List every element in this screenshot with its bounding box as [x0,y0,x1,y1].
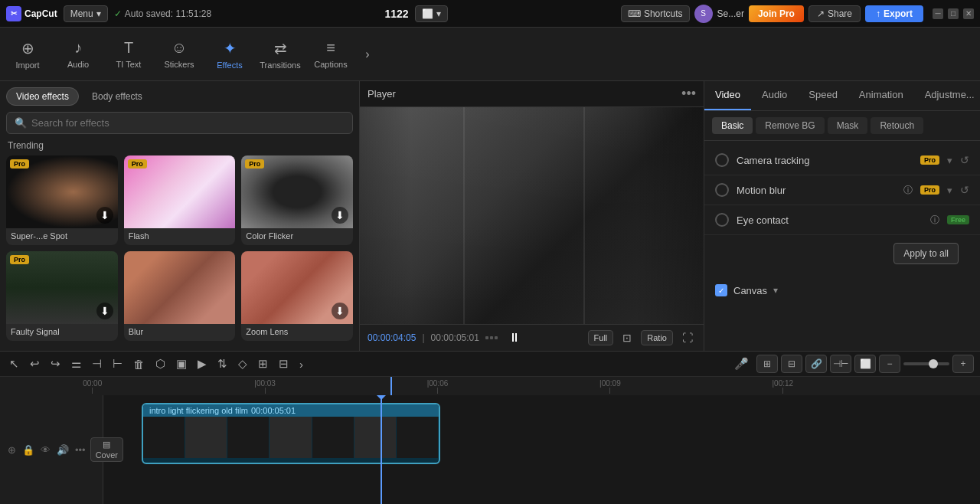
camera-tracking-dropdown-icon[interactable]: ▾ [947,155,952,166]
download-icon-colorflicker[interactable]: ⬇ [332,207,348,224]
trending-label: Trending [0,140,359,155]
effect-card-blur[interactable]: Blur [124,251,236,341]
motion-blur-dropdown-icon[interactable]: ▾ [947,185,952,196]
film-overlay [360,107,704,324]
ripple-button[interactable]: ⊟ [781,355,802,373]
redo-button[interactable]: ↪ [47,355,64,372]
import-icon: ⊕ [21,39,34,57]
link-button[interactable]: 🔗 [805,355,827,373]
zoom-out-icon[interactable]: − [879,355,900,373]
toolbar-stickers[interactable]: ☺ Stickers [155,30,204,79]
toolbar-audio[interactable]: ♪ Audio [54,30,103,79]
replace-button[interactable]: ⬜ [854,355,876,373]
timeline-ruler: 00:00 |00:03 |00:06 |00:09 |00:12 [0,377,980,395]
tab-adjustment[interactable]: Adjustme... [914,81,980,110]
motion-blur-reset-icon[interactable]: ↺ [960,184,969,196]
canvas-checkbox[interactable]: ✓ [715,284,727,296]
comment-tool[interactable]: ⊟ [276,355,292,372]
video-clip[interactable]: intro light flickering old film 00:00:05… [142,403,440,464]
undo-button[interactable]: ↩ [27,355,43,372]
tab-animation[interactable]: Animation [848,81,914,110]
export-button[interactable]: ↑ Export [865,5,923,22]
track-add-icon[interactable]: ⊕ [6,443,18,457]
export-icon: ↑ [876,8,880,19]
search-bar[interactable]: 🔍 [6,112,353,134]
apply-to-all-button[interactable]: Apply to all [893,243,959,264]
track-audio-icon[interactable]: 🔊 [55,443,70,457]
download-icon[interactable]: ⬇ [96,207,113,224]
mic-button[interactable]: 🎤 [731,355,752,372]
zoom-in-icon[interactable]: + [952,355,974,373]
tab-audio[interactable]: Audio [751,81,798,110]
share-button[interactable]: ↗ Share [808,5,861,22]
more-tools[interactable]: › [296,356,306,372]
effect-card-colorflicker[interactable]: Pro ⬇ Color Flicker [241,155,353,245]
paint-tool[interactable]: ◇ [235,355,250,372]
menu-label: Menu [70,8,93,19]
mask-tool[interactable]: ⬡ [152,355,168,372]
join-pro-button[interactable]: Join Pro [749,5,804,22]
motion-blur-toggle[interactable] [715,183,729,197]
camera-tracking-toggle[interactable] [715,153,729,167]
flip-tool[interactable]: ⇅ [214,355,230,372]
effect-card-faultysignal[interactable]: Pro ⬇ Faulty Signal [6,251,118,341]
pause-button[interactable]: ⏸ [504,329,525,346]
toolbar-captions[interactable]: ≡ Captions [306,30,355,79]
effect-card-superspot[interactable]: Pro ⬇ Super-...e Spot [6,155,118,245]
motion-blur-pro-badge: Pro [920,185,939,195]
download-icon-zoomlens[interactable]: ⬇ [332,303,348,319]
effect-card-zoomlens[interactable]: ⬇ Zoom Lens [241,251,353,341]
player-menu-icon[interactable]: ••• [681,86,696,102]
track-lock-icon[interactable]: 🔒 [21,443,36,457]
effect-name-superspot: Super-...e Spot [6,228,118,245]
search-input[interactable] [31,117,345,129]
split2-button[interactable]: ⊣⊢ [830,355,851,373]
crop-tool[interactable]: ▣ [173,355,190,372]
split-tool[interactable]: ⚌ [68,355,84,372]
cursor-tool[interactable]: ↖ [6,355,22,372]
tab-speed[interactable]: Speed [798,81,848,110]
toolbar-text[interactable]: T TI Text [104,30,153,79]
eye-contact-toggle[interactable] [715,213,729,227]
zoom-handle[interactable] [929,359,938,368]
subtab-mask[interactable]: Mask [828,117,868,134]
keyboard-icon: ⌨ [628,8,641,19]
toolbar-expand[interactable]: › [357,30,378,79]
shortcuts-button[interactable]: ⌨ Shortcuts [621,5,690,22]
pro-badge-flash: Pro [128,159,147,169]
delete-tool[interactable]: 🗑 [130,356,148,372]
zoom-slider[interactable] [903,362,949,365]
toolbar-transitions[interactable]: ⇄ Transitions [256,30,305,79]
maximize-button[interactable]: □ [948,8,959,19]
play-tool[interactable]: ▶ [194,355,210,372]
effect-card-flash[interactable]: Pro Flash [124,155,236,245]
snap-button[interactable]: ⊞ [756,355,778,373]
subtab-basic[interactable]: Basic [712,117,753,134]
fullscreen-button[interactable]: ⛶ [679,330,696,345]
frame-display[interactable]: ⬜ ▾ [415,5,448,22]
download-icon-faultysignal[interactable]: ⬇ [96,303,113,319]
tab-video[interactable]: Video [704,81,751,110]
close-button[interactable]: ✕ [963,8,974,19]
subtab-retouch[interactable]: Retouch [871,117,923,134]
toolbar-effects[interactable]: ✦ Effects [205,30,254,79]
tab-video-effects[interactable]: Video effects [6,87,79,106]
trim-left-tool[interactable]: ⊣ [89,355,105,372]
full-button[interactable]: Full [588,330,614,345]
menu-button[interactable]: Menu ▾ [64,5,108,22]
eye-contact-info-icon[interactable]: ⓘ [930,214,939,227]
track-eye-icon[interactable]: 👁 [39,443,52,457]
tab-body-effects[interactable]: Body effects [82,87,152,106]
minimize-button[interactable]: ─ [933,8,943,19]
track-more-icon[interactable]: ••• [74,443,87,457]
ratio-button[interactable]: Ratio [641,330,673,345]
clip-thumb-5 [312,417,354,458]
toolbar-import[interactable]: ⊕ Import [3,30,52,79]
motion-blur-info-icon[interactable]: ⓘ [903,184,913,197]
fit-button[interactable]: ⊡ [619,330,635,345]
extend-tool[interactable]: ⊞ [255,355,271,372]
trim-right-tool[interactable]: ⊢ [109,355,126,372]
canvas-expand-icon[interactable]: ▾ [773,285,778,296]
subtab-removebg[interactable]: Remove BG [756,117,824,134]
camera-tracking-reset-icon[interactable]: ↺ [960,154,969,166]
